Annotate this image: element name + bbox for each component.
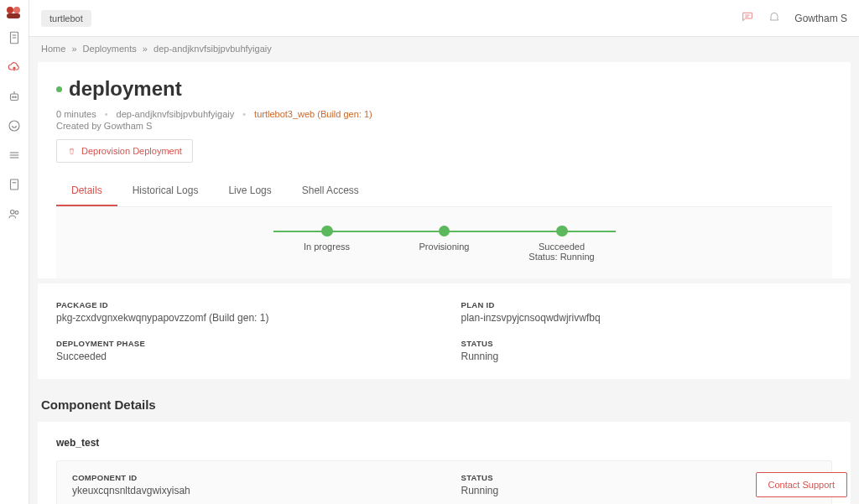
package-link[interactable]: turtlebot3_web (Build gen: 1) <box>254 109 372 119</box>
page-title: deployment <box>69 77 182 101</box>
deployment-age: 0 minutes <box>56 109 96 119</box>
tab-historical-logs[interactable]: Historical Logs <box>117 176 214 206</box>
breadcrumb: Home » Deployments » dep-andjknvfsibjpvb… <box>29 37 859 57</box>
logo-icon <box>7 7 22 18</box>
topbar: turtlebot Gowtham S <box>29 0 859 37</box>
workspace-pill[interactable]: turtlebot <box>41 10 91 27</box>
progress-node-icon <box>556 226 568 236</box>
chat-icon[interactable] <box>741 10 754 26</box>
contact-support-button[interactable]: Contact Support <box>756 472 848 497</box>
component-name: web_test <box>56 437 832 449</box>
deprovision-button[interactable]: Deprovision Deployment <box>56 139 193 163</box>
progress-node-icon <box>321 226 333 236</box>
phase-label: DEPLOYMENT PHASE <box>56 339 428 348</box>
phase-value: Succeeded <box>56 351 428 362</box>
menu-icon[interactable] <box>7 148 22 165</box>
package-id-label: PACKAGE ID <box>56 300 428 309</box>
cloud-icon[interactable] <box>7 60 22 77</box>
trash-icon <box>67 147 76 156</box>
progress-label: In progress <box>304 242 350 252</box>
note-icon[interactable] <box>7 177 22 195</box>
plan-id-label: PLAN ID <box>461 300 833 309</box>
deployment-header-card: deployment 0 minutes • dep-andjknvfsibjp… <box>38 62 851 278</box>
component-card: web_test COMPONENT IDykeuxcqnsnltdavgwix… <box>38 422 851 504</box>
svg-point-14 <box>15 211 18 215</box>
progress-label: SucceededStatus: Running <box>528 242 594 262</box>
breadcrumb-current: dep-andjknvfsibjpvbuhfyigaiy <box>154 44 272 54</box>
bell-icon[interactable] <box>768 10 781 26</box>
warning-icon[interactable] <box>7 118 22 136</box>
tabs: Details Historical Logs Live Logs Shell … <box>56 176 832 207</box>
plan-id-value: plan-inzsvpyjcnsoqwdwjrivwfbq <box>461 312 833 324</box>
deployment-info-card: PACKAGE IDpkg-zcxdvgnxekwqnypapovzzomf (… <box>38 283 851 379</box>
progress-label: Provisioning <box>419 242 470 252</box>
status-label: STATUS <box>461 339 833 348</box>
robot-icon[interactable] <box>7 89 22 107</box>
svg-point-7 <box>9 121 19 131</box>
page-icon[interactable] <box>7 30 22 48</box>
breadcrumb-home[interactable]: Home <box>41 44 65 54</box>
tab-details[interactable]: Details <box>56 176 117 206</box>
svg-rect-3 <box>11 94 18 101</box>
tab-live-logs[interactable]: Live Logs <box>213 176 286 206</box>
svg-point-5 <box>15 96 17 98</box>
tab-shell-access[interactable]: Shell Access <box>287 176 374 206</box>
breadcrumb-deployments[interactable]: Deployments <box>83 44 137 54</box>
sidebar <box>0 0 29 504</box>
svg-point-4 <box>13 96 14 98</box>
component-details-heading: Component Details <box>29 384 859 417</box>
status-dot-icon <box>56 86 62 92</box>
user-name[interactable]: Gowtham S <box>794 13 847 24</box>
package-id-value: pkg-zcxdvgnxekwqnypapovzzomf (Build gen:… <box>56 312 428 324</box>
progress-node-icon <box>439 226 450 236</box>
status-value: Running <box>461 351 833 362</box>
progress-section: In progress Provisioning SucceededStatus… <box>56 207 832 278</box>
users-icon[interactable] <box>7 206 22 224</box>
deployment-id: dep-andjknvfsibjpvbuhfyigaiy <box>117 109 235 119</box>
svg-point-13 <box>11 210 15 215</box>
component-id-label: COMPONENT ID <box>72 473 428 482</box>
component-id-value: ykeuxcqnsnltdavgwixyisah <box>72 485 428 496</box>
created-by: Created by Gowtham S <box>56 121 832 131</box>
svg-rect-11 <box>11 179 18 190</box>
